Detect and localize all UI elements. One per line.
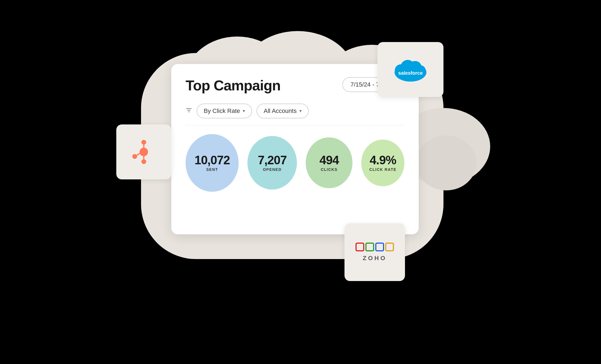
svg-point-2 bbox=[141, 159, 146, 164]
svg-line-6 bbox=[137, 153, 140, 155]
cloud-bg-right2 bbox=[416, 135, 476, 190]
stat-clicks-circle: 494 CLICKS bbox=[306, 137, 352, 188]
svg-text:salesforce: salesforce bbox=[398, 70, 423, 76]
chevron-down-icon: ▾ bbox=[243, 108, 245, 113]
card-title: Top Campaign bbox=[186, 77, 280, 94]
svg-point-3 bbox=[132, 154, 137, 159]
salesforce-card: salesforce bbox=[377, 42, 443, 97]
click-rate-dropdown[interactable]: By Click Rate ▾ bbox=[197, 104, 252, 118]
click-rate-label: By Click Rate bbox=[204, 107, 240, 115]
main-scene: Top Campaign 7/15/24 - 7/21/24 By Click … bbox=[108, 31, 493, 333]
filter-row: By Click Rate ▾ All Accounts ▾ bbox=[186, 104, 404, 125]
stat-clicks-label: CLICKS bbox=[321, 167, 338, 172]
zoho-squares bbox=[355, 243, 394, 251]
zoho-square-red bbox=[355, 243, 364, 251]
hubspot-card bbox=[116, 124, 171, 179]
zoho-label: ZOHO bbox=[363, 255, 387, 262]
zoho-square-green bbox=[365, 243, 374, 251]
svg-point-1 bbox=[141, 140, 146, 145]
chevron-down-icon-2: ▾ bbox=[299, 108, 302, 113]
zoho-square-yellow bbox=[385, 243, 394, 251]
stat-click-rate-circle: 4.9% CLICK RATE bbox=[361, 140, 404, 186]
zoho-square-blue bbox=[375, 243, 384, 251]
accounts-label: All Accounts bbox=[264, 107, 297, 115]
stat-clicks-value: 494 bbox=[319, 154, 339, 166]
stat-sent-circle: 10,072 SENT bbox=[186, 134, 239, 192]
svg-point-0 bbox=[140, 148, 148, 156]
stat-sent-value: 10,072 bbox=[194, 154, 230, 166]
stat-click-rate-label: CLICK RATE bbox=[369, 167, 396, 172]
accounts-dropdown[interactable]: All Accounts ▾ bbox=[257, 104, 309, 118]
zoho-logo: ZOHO bbox=[355, 243, 394, 262]
stat-opened-circle: 7,207 OPENED bbox=[247, 136, 297, 190]
salesforce-logo: salesforce bbox=[393, 57, 428, 82]
stat-sent-label: SENT bbox=[206, 167, 218, 172]
stat-opened-value: 7,207 bbox=[258, 154, 287, 166]
filter-icon bbox=[186, 107, 192, 115]
stats-row: 10,072 SENT 7,207 OPENED 494 CLICKS 4.9%… bbox=[186, 134, 404, 192]
stat-opened-label: OPENED bbox=[263, 167, 282, 172]
salesforce-cloud-svg: salesforce bbox=[393, 57, 428, 82]
card-header: Top Campaign 7/15/24 - 7/21/24 bbox=[186, 77, 404, 94]
zoho-card: ZOHO bbox=[344, 223, 405, 281]
hubspot-logo bbox=[129, 137, 159, 167]
stat-click-rate-value: 4.9% bbox=[370, 154, 396, 166]
